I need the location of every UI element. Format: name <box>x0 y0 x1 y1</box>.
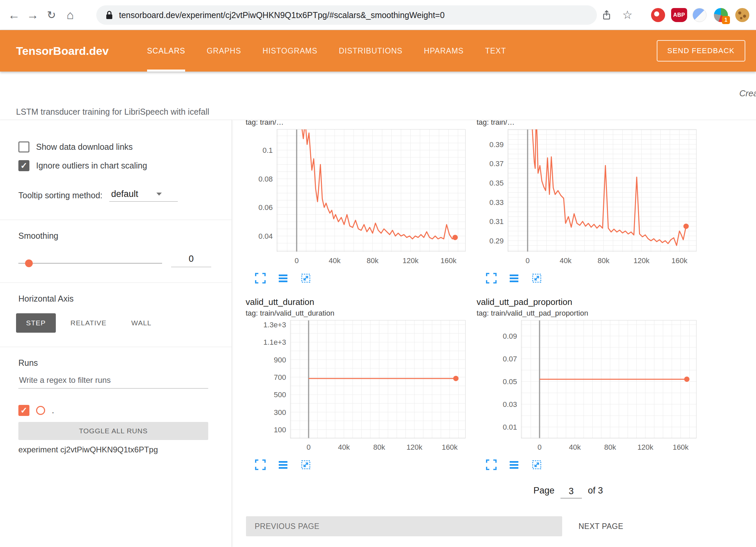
svg-text:0.08: 0.08 <box>258 175 273 183</box>
axis-option-step[interactable]: STEP <box>16 313 56 333</box>
ignore-outliers-checkbox[interactable]: ✓ <box>18 160 29 171</box>
cookie-icon[interactable] <box>735 8 749 22</box>
svg-text:120k: 120k <box>637 443 654 451</box>
chart-card-clipped-1: tag: train/…0.290.310.330.350.370.39040k… <box>476 120 701 285</box>
runs-filter-input[interactable] <box>18 373 208 389</box>
runs-menu-button[interactable] <box>277 272 289 285</box>
svg-text:80k: 80k <box>604 443 616 451</box>
pagination: Page of 3 <box>498 483 638 499</box>
runs-header-row: Runs <box>18 358 38 368</box>
fullscreen-icon <box>255 459 266 470</box>
show-download-checkbox[interactable] <box>18 141 29 152</box>
adblocker-extension-icon[interactable] <box>651 8 665 22</box>
fit-domain-button[interactable] <box>300 459 312 471</box>
settings-sidebar: Show data download links ✓ Ignore outlie… <box>0 120 232 547</box>
x-axis-labels: 040k80k120k160k <box>294 256 457 265</box>
chart-plot: 0.290.310.330.350.370.39040k80k120k160k <box>476 129 701 266</box>
runs-list-icon <box>277 272 289 284</box>
show-download-label: Show data download links <box>36 142 133 152</box>
svg-text:80k: 80k <box>598 256 610 265</box>
svg-text:120k: 120k <box>406 443 423 451</box>
runs-label: Runs <box>18 358 38 368</box>
svg-text:0.03: 0.03 <box>503 400 517 409</box>
forward-icon[interactable]: → <box>23 6 42 24</box>
url-text: tensorboard.dev/experiment/cj2vtPiwQHKN9… <box>119 10 445 20</box>
svg-text:0.29: 0.29 <box>489 237 504 245</box>
bookmark-star-icon[interactable]: ☆ <box>622 8 632 21</box>
tab-scalars[interactable]: SCALARS <box>147 30 185 72</box>
chart-title: valid_utt_duration <box>246 296 470 308</box>
y-axis-labels: 1003005007009001.1e+31.3e+3 <box>263 321 286 434</box>
y-axis-labels: 0.040.060.080.1 <box>258 146 273 240</box>
profile-avatar[interactable]: 1 <box>714 8 728 22</box>
tab-hparams[interactable]: HPARAMS <box>424 30 464 72</box>
fit-domain-button[interactable] <box>531 459 543 471</box>
chart-actions <box>245 459 470 471</box>
svg-text:0.31: 0.31 <box>489 217 504 226</box>
slider-track[interactable] <box>18 263 162 264</box>
runs-menu-button[interactable] <box>508 459 520 471</box>
fit-domain-button[interactable] <box>300 272 312 285</box>
tab-graphs[interactable]: GRAPHS <box>207 30 241 72</box>
chart-card-valid_utt_duration: valid_utt_durationtag: train/valid_utt_d… <box>245 296 470 471</box>
fit-domain-icon <box>300 272 311 284</box>
chart-actions <box>476 459 701 471</box>
address-bar[interactable]: tensorboard.dev/experiment/cj2vtPiwQHKN9… <box>96 5 597 25</box>
run-color-swatch[interactable] <box>36 406 45 415</box>
smoothing-slider[interactable] <box>18 256 162 270</box>
abp-extension-icon[interactable]: ABP <box>671 8 687 22</box>
previous-page-button[interactable]: PREVIOUS PAGE <box>246 516 562 536</box>
svg-text:0: 0 <box>537 443 541 451</box>
next-page-button[interactable]: NEXT PAGE <box>571 516 631 536</box>
fullscreen-button[interactable] <box>485 272 497 285</box>
horizontal-axis-buttons: STEPRELATIVEWALL <box>16 313 161 333</box>
axis-option-wall[interactable]: WALL <box>121 313 161 333</box>
page-number-input[interactable] <box>560 486 582 499</box>
horizontal-axis-row: Horizontal Axis <box>18 294 74 304</box>
tab-distributions[interactable]: DISTRIBUTIONS <box>339 30 403 72</box>
divider <box>0 347 232 347</box>
chart-subtitle: tag: train/… <box>246 120 470 127</box>
page-total-label: of 3 <box>588 485 603 496</box>
svg-text:900: 900 <box>274 356 286 364</box>
chart-subtitle: tag: train/valid_utt_pad_proportion <box>477 308 701 318</box>
runs-menu-button[interactable] <box>277 459 289 471</box>
slider-thumb[interactable] <box>25 259 33 267</box>
run-item-row: ✓ . <box>18 405 54 416</box>
svg-text:160k: 160k <box>440 256 457 265</box>
y-axis-labels: 0.290.310.330.350.370.39 <box>489 140 504 245</box>
x-axis-labels: 040k80k120k160k <box>306 443 458 451</box>
horizontal-axis-label: Horizontal Axis <box>18 294 74 304</box>
extension-badge: 1 <box>722 16 730 24</box>
fit-domain-icon <box>300 459 311 470</box>
svg-text:100: 100 <box>274 426 286 434</box>
svg-text:160k: 160k <box>671 256 688 265</box>
runs-list-icon <box>277 459 289 470</box>
refresh-icon[interactable]: ↻ <box>42 6 61 24</box>
run-checkbox[interactable]: ✓ <box>18 405 29 416</box>
tab-histograms[interactable]: HISTOGRAMS <box>263 30 318 72</box>
svg-text:40k: 40k <box>559 256 572 265</box>
home-icon[interactable]: ⌂ <box>61 6 80 24</box>
page: ← → ↻ ⌂ tensorboard.dev/experiment/cj2vt… <box>0 0 756 547</box>
fit-domain-button[interactable] <box>531 272 543 285</box>
extension-icon[interactable] <box>692 8 707 22</box>
chart-subtitle: tag: train/… <box>477 120 701 127</box>
chevron-down-icon <box>156 193 162 196</box>
fullscreen-button[interactable] <box>485 459 497 471</box>
divider <box>0 220 232 220</box>
toggle-all-runs-button[interactable]: TOGGLE ALL RUNS <box>18 422 208 440</box>
tooltip-sort-dropdown[interactable]: default <box>109 189 178 202</box>
back-icon[interactable]: ← <box>5 6 23 24</box>
series-end-dot <box>684 376 689 382</box>
fullscreen-button[interactable] <box>254 272 266 285</box>
tab-text[interactable]: TEXT <box>485 30 506 72</box>
divider <box>0 283 232 283</box>
axis-option-relative[interactable]: RELATIVE <box>60 313 117 333</box>
fullscreen-button[interactable] <box>254 459 266 471</box>
runs-menu-button[interactable] <box>508 272 520 285</box>
smoothing-value-input[interactable]: 0 <box>171 254 211 267</box>
send-feedback-button[interactable]: SEND FEEDBACK <box>657 40 745 62</box>
svg-text:0.37: 0.37 <box>489 159 504 168</box>
share-icon[interactable] <box>601 9 612 21</box>
